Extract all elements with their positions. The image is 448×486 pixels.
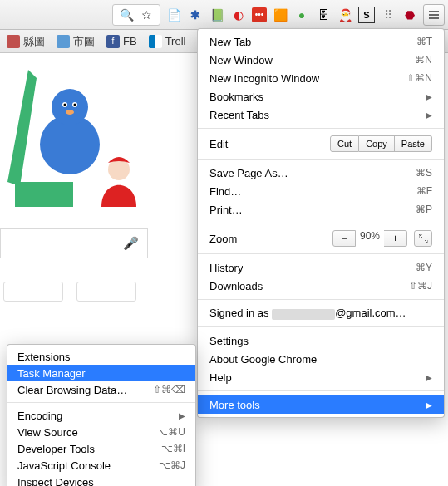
submenu-dev-tools[interactable]: Developer Tools⌥⌘I bbox=[7, 440, 195, 457]
submenu-extensions[interactable]: Extensions bbox=[7, 348, 195, 365]
favicon-icon bbox=[149, 35, 162, 48]
zoom-out-button[interactable]: − bbox=[332, 230, 356, 247]
menu-help[interactable]: Help▶ bbox=[198, 368, 444, 386]
menu-edit-row: Edit Cut Copy Paste bbox=[198, 133, 444, 155]
svg-point-2 bbox=[52, 89, 88, 125]
svg-point-7 bbox=[66, 110, 74, 115]
favicon-icon bbox=[7, 35, 20, 48]
menu-new-window[interactable]: New Window⌘N bbox=[198, 51, 444, 69]
ext-lastpass-icon[interactable]: ••• bbox=[252, 7, 267, 22]
ext-books-icon[interactable]: 📗 bbox=[209, 7, 225, 23]
menu-new-tab[interactable]: New Tab⌘T bbox=[198, 32, 444, 51]
bookmark-label: 縣圖 bbox=[23, 34, 45, 49]
menu-separator bbox=[198, 223, 444, 223]
submenu-arrow-icon: ▶ bbox=[426, 400, 432, 410]
menu-more-tools[interactable]: More tools▶ bbox=[198, 395, 444, 414]
cut-button[interactable]: Cut bbox=[330, 135, 359, 152]
page-content: 🎤 bbox=[0, 53, 199, 302]
ext-trend-icon[interactable]: ◐ bbox=[230, 7, 247, 23]
menu-recent-tabs[interactable]: Recent Tabs▶ bbox=[198, 106, 444, 124]
menu-separator bbox=[198, 159, 444, 160]
menu-downloads[interactable]: Downloads⇧⌘J bbox=[198, 277, 444, 295]
search-icon: 🔍 bbox=[118, 7, 135, 23]
menu-zoom-row: Zoom − 90% + bbox=[198, 228, 444, 249]
menu-history[interactable]: History⌘Y bbox=[198, 258, 444, 277]
star-icon[interactable]: ☆ bbox=[138, 7, 155, 23]
ext-box-icon[interactable]: 🟧 bbox=[272, 7, 288, 23]
fullscreen-button[interactable] bbox=[414, 230, 432, 247]
submenu-arrow-icon: ▶ bbox=[179, 411, 185, 420]
bookmark-label: 市圖 bbox=[73, 34, 95, 49]
bookmark-label: FB bbox=[123, 35, 137, 47]
menu-signed-in[interactable]: Signed in as @gmail.com… bbox=[198, 304, 444, 322]
submenu-arrow-icon: ▶ bbox=[426, 92, 432, 101]
zoom-in-button[interactable]: + bbox=[384, 230, 407, 247]
menu-separator bbox=[198, 390, 444, 391]
menu-about[interactable]: About Google Chrome bbox=[198, 350, 444, 368]
thumb-tile[interactable] bbox=[76, 282, 136, 302]
copy-button[interactable]: Copy bbox=[359, 135, 395, 152]
svg-rect-0 bbox=[15, 182, 73, 207]
fullscreen-icon bbox=[419, 234, 428, 243]
menu-separator bbox=[198, 128, 444, 129]
menu-separator bbox=[198, 326, 444, 327]
menu-bookmarks[interactable]: Bookmarks▶ bbox=[198, 87, 444, 106]
google-doodle[interactable] bbox=[0, 53, 199, 214]
submenu-view-source[interactable]: View Source⌥⌘U bbox=[7, 424, 195, 440]
ext-x-icon[interactable]: ✱ bbox=[187, 7, 204, 23]
edit-label: Edit bbox=[209, 138, 228, 150]
submenu-arrow-icon: ▶ bbox=[426, 373, 432, 382]
zoom-label: Zoom bbox=[209, 233, 237, 245]
search-box[interactable]: 🎤 bbox=[0, 228, 148, 258]
submenu-task-manager[interactable]: Task Manager bbox=[7, 365, 195, 381]
bookmark-label: Trell bbox=[165, 35, 186, 47]
ext-stylebot-icon[interactable]: S bbox=[358, 7, 375, 23]
bookmark-item[interactable]: fFB bbox=[106, 35, 137, 48]
favicon-icon: f bbox=[106, 35, 120, 48]
hamburger-icon bbox=[428, 9, 440, 21]
menu-button[interactable] bbox=[423, 4, 445, 26]
menu-separator bbox=[7, 402, 195, 403]
ext-gesture-icon[interactable]: 📄 bbox=[165, 7, 182, 23]
svg-point-5 bbox=[64, 104, 66, 106]
submenu-arrow-icon: ▶ bbox=[426, 110, 432, 120]
paste-button[interactable]: Paste bbox=[395, 135, 432, 152]
menu-save-as[interactable]: Save Page As…⌘S bbox=[198, 164, 444, 182]
menu-separator bbox=[198, 253, 444, 254]
submenu-clear-browsing[interactable]: Clear Browsing Data…⇧⌘⌫ bbox=[7, 381, 195, 398]
thumb-tile[interactable] bbox=[3, 282, 63, 302]
ext-ublock-icon[interactable]: ⬣ bbox=[401, 7, 418, 23]
svg-point-6 bbox=[74, 104, 76, 106]
menu-separator bbox=[198, 299, 444, 300]
more-tools-submenu: Extensions Task Manager Clear Browsing D… bbox=[7, 344, 196, 486]
browser-toolbar: 🔍 ☆ 📄 ✱ 📗 ◐ ••• 🟧 ● 🗄 🎅 S ⠿ ⬣ bbox=[0, 0, 448, 30]
submenu-js-console[interactable]: JavaScript Console⌥⌘J bbox=[7, 457, 195, 474]
submenu-inspect-devices[interactable]: Inspect Devices bbox=[7, 474, 195, 486]
bookmark-item[interactable]: 縣圖 bbox=[7, 34, 45, 49]
menu-new-incognito[interactable]: New Incognito Window⇧⌘N bbox=[198, 69, 444, 87]
svg-point-9 bbox=[126, 153, 133, 160]
favicon-icon bbox=[57, 35, 70, 48]
most-visited-thumbs bbox=[0, 282, 199, 302]
ext-santa-icon[interactable]: 🎅 bbox=[337, 7, 353, 23]
bookmark-item[interactable]: Trell bbox=[149, 35, 186, 48]
menu-print[interactable]: Print…⌘P bbox=[198, 200, 444, 218]
omnibox-fragment[interactable]: 🔍 ☆ bbox=[112, 4, 160, 26]
menu-find[interactable]: Find…⌘F bbox=[198, 182, 444, 200]
bookmark-item[interactable]: 市圖 bbox=[57, 34, 95, 49]
ext-archive-icon[interactable]: 🗄 bbox=[315, 7, 332, 23]
signed-in-prefix: Signed in as bbox=[209, 307, 272, 319]
ext-grid-icon[interactable]: ⠿ bbox=[380, 7, 396, 23]
mic-icon[interactable]: 🎤 bbox=[123, 236, 139, 251]
redacted-username bbox=[272, 309, 335, 320]
signed-in-suffix: @gmail.com… bbox=[335, 307, 406, 319]
chrome-menu: New Tab⌘T New Window⌘N New Incognito Win… bbox=[197, 28, 445, 418]
ext-disc-icon[interactable]: ● bbox=[293, 7, 310, 23]
zoom-value: 90% bbox=[356, 230, 384, 247]
submenu-encoding[interactable]: Encoding▶ bbox=[7, 407, 195, 424]
menu-settings[interactable]: Settings bbox=[198, 331, 444, 350]
